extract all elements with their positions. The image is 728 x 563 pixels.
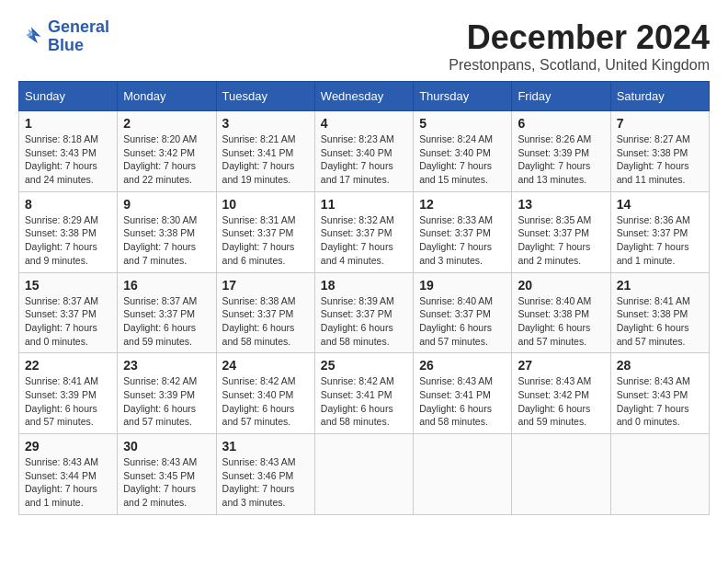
calendar-cell: 28 Sunrise: 8:43 AM Sunset: 3:43 PM Dayl… — [610, 353, 709, 434]
day-info: Sunrise: 8:43 AM Sunset: 3:45 PM Dayligh… — [123, 455, 210, 510]
logo: General Blue — [18, 18, 109, 55]
day-number: 22 — [25, 358, 111, 373]
day-info: Sunrise: 8:39 AM Sunset: 3:37 PM Dayligh… — [321, 294, 407, 349]
day-number: 2 — [123, 116, 210, 131]
day-number: 8 — [25, 197, 111, 212]
calendar-cell: 21 Sunrise: 8:41 AM Sunset: 3:38 PM Dayl… — [610, 272, 709, 353]
calendar-cell: 4 Sunrise: 8:23 AM Sunset: 3:40 PM Dayli… — [314, 111, 413, 192]
day-number: 21 — [617, 278, 703, 293]
day-info: Sunrise: 8:30 AM Sunset: 3:38 PM Dayligh… — [123, 213, 210, 268]
day-info: Sunrise: 8:20 AM Sunset: 3:42 PM Dayligh… — [123, 132, 210, 187]
day-info: Sunrise: 8:41 AM Sunset: 3:38 PM Dayligh… — [617, 294, 703, 349]
calendar-cell: 19 Sunrise: 8:40 AM Sunset: 3:37 PM Dayl… — [414, 272, 512, 353]
day-number: 24 — [222, 358, 309, 373]
calendar-cell: 30 Sunrise: 8:43 AM Sunset: 3:45 PM Dayl… — [118, 434, 216, 515]
header-saturday: Saturday — [610, 82, 709, 111]
day-number: 9 — [123, 197, 210, 212]
day-info: Sunrise: 8:31 AM Sunset: 3:37 PM Dayligh… — [222, 213, 309, 268]
calendar-cell: 25 Sunrise: 8:42 AM Sunset: 3:41 PM Dayl… — [314, 353, 413, 434]
day-number: 26 — [419, 358, 506, 373]
day-number: 25 — [321, 358, 407, 373]
calendar-cell: 27 Sunrise: 8:43 AM Sunset: 3:42 PM Dayl… — [512, 353, 610, 434]
day-number: 1 — [25, 116, 111, 131]
header-tuesday: Tuesday — [216, 82, 314, 111]
day-info: Sunrise: 8:26 AM Sunset: 3:39 PM Dayligh… — [518, 132, 604, 187]
calendar-cell: 2 Sunrise: 8:20 AM Sunset: 3:42 PM Dayli… — [118, 111, 216, 192]
calendar-week-row: 1 Sunrise: 8:18 AM Sunset: 3:43 PM Dayli… — [19, 111, 710, 192]
day-info: Sunrise: 8:21 AM Sunset: 3:41 PM Dayligh… — [222, 132, 309, 187]
day-number: 13 — [518, 197, 604, 212]
calendar-cell: 23 Sunrise: 8:42 AM Sunset: 3:39 PM Dayl… — [118, 353, 216, 434]
day-number: 18 — [321, 278, 407, 293]
day-info: Sunrise: 8:27 AM Sunset: 3:38 PM Dayligh… — [617, 132, 703, 187]
header-sunday: Sunday — [19, 82, 118, 111]
day-number: 4 — [321, 116, 407, 131]
day-info: Sunrise: 8:42 AM Sunset: 3:39 PM Dayligh… — [123, 374, 210, 429]
calendar-cell: 26 Sunrise: 8:43 AM Sunset: 3:41 PM Dayl… — [414, 353, 512, 434]
day-number: 30 — [123, 439, 210, 454]
day-number: 15 — [25, 278, 111, 293]
day-info: Sunrise: 8:32 AM Sunset: 3:37 PM Dayligh… — [321, 213, 407, 268]
calendar-week-row: 15 Sunrise: 8:37 AM Sunset: 3:37 PM Dayl… — [19, 272, 710, 353]
day-info: Sunrise: 8:33 AM Sunset: 3:37 PM Dayligh… — [419, 213, 506, 268]
calendar-table: Sunday Monday Tuesday Wednesday Thursday… — [18, 81, 710, 515]
day-info: Sunrise: 8:24 AM Sunset: 3:40 PM Dayligh… — [419, 132, 506, 187]
day-info: Sunrise: 8:43 AM Sunset: 3:46 PM Dayligh… — [222, 455, 309, 510]
day-info: Sunrise: 8:42 AM Sunset: 3:40 PM Dayligh… — [222, 374, 309, 429]
calendar-cell: 22 Sunrise: 8:41 AM Sunset: 3:39 PM Dayl… — [19, 353, 118, 434]
day-number: 31 — [222, 439, 309, 454]
day-number: 27 — [518, 358, 604, 373]
calendar-cell: 5 Sunrise: 8:24 AM Sunset: 3:40 PM Dayli… — [414, 111, 512, 192]
day-number: 23 — [123, 358, 210, 373]
calendar-cell — [610, 434, 709, 515]
day-number: 28 — [617, 358, 703, 373]
calendar-cell: 13 Sunrise: 8:35 AM Sunset: 3:37 PM Dayl… — [512, 191, 610, 272]
day-info: Sunrise: 8:18 AM Sunset: 3:43 PM Dayligh… — [25, 132, 111, 187]
day-info: Sunrise: 8:35 AM Sunset: 3:37 PM Dayligh… — [518, 213, 604, 268]
location: Prestonpans, Scotland, United Kingdom — [449, 57, 710, 74]
title-section: December 2024 Prestonpans, Scotland, Uni… — [449, 18, 710, 74]
day-info: Sunrise: 8:36 AM Sunset: 3:37 PM Dayligh… — [617, 213, 703, 268]
day-info: Sunrise: 8:37 AM Sunset: 3:37 PM Dayligh… — [123, 294, 210, 349]
day-number: 29 — [25, 439, 111, 454]
day-number: 3 — [222, 116, 309, 131]
calendar-cell — [512, 434, 610, 515]
day-number: 12 — [419, 197, 506, 212]
calendar-cell: 11 Sunrise: 8:32 AM Sunset: 3:37 PM Dayl… — [314, 191, 413, 272]
day-info: Sunrise: 8:38 AM Sunset: 3:37 PM Dayligh… — [222, 294, 309, 349]
calendar-header-row: Sunday Monday Tuesday Wednesday Thursday… — [19, 82, 710, 111]
day-number: 19 — [419, 278, 506, 293]
day-info: Sunrise: 8:41 AM Sunset: 3:39 PM Dayligh… — [25, 374, 111, 429]
day-number: 14 — [617, 197, 703, 212]
day-number: 11 — [321, 197, 407, 212]
day-info: Sunrise: 8:37 AM Sunset: 3:37 PM Dayligh… — [25, 294, 111, 349]
day-number: 6 — [518, 116, 604, 131]
calendar-cell: 17 Sunrise: 8:38 AM Sunset: 3:37 PM Dayl… — [216, 272, 314, 353]
calendar-cell: 1 Sunrise: 8:18 AM Sunset: 3:43 PM Dayli… — [19, 111, 118, 192]
calendar-cell: 12 Sunrise: 8:33 AM Sunset: 3:37 PM Dayl… — [414, 191, 512, 272]
day-number: 20 — [518, 278, 604, 293]
day-number: 5 — [419, 116, 506, 131]
calendar-cell: 9 Sunrise: 8:30 AM Sunset: 3:38 PM Dayli… — [118, 191, 216, 272]
calendar-cell: 20 Sunrise: 8:40 AM Sunset: 3:38 PM Dayl… — [512, 272, 610, 353]
day-info: Sunrise: 8:40 AM Sunset: 3:38 PM Dayligh… — [518, 294, 604, 349]
calendar-cell — [414, 434, 512, 515]
calendar-cell: 3 Sunrise: 8:21 AM Sunset: 3:41 PM Dayli… — [216, 111, 314, 192]
day-number: 16 — [123, 278, 210, 293]
day-number: 7 — [617, 116, 703, 131]
calendar-cell: 31 Sunrise: 8:43 AM Sunset: 3:46 PM Dayl… — [216, 434, 314, 515]
calendar-cell: 18 Sunrise: 8:39 AM Sunset: 3:37 PM Dayl… — [314, 272, 413, 353]
day-info: Sunrise: 8:40 AM Sunset: 3:37 PM Dayligh… — [419, 294, 506, 349]
calendar-cell: 7 Sunrise: 8:27 AM Sunset: 3:38 PM Dayli… — [610, 111, 709, 192]
calendar-cell: 10 Sunrise: 8:31 AM Sunset: 3:37 PM Dayl… — [216, 191, 314, 272]
page-header: General Blue December 2024 Prestonpans, … — [18, 18, 710, 74]
calendar-cell: 24 Sunrise: 8:42 AM Sunset: 3:40 PM Dayl… — [216, 353, 314, 434]
day-info: Sunrise: 8:43 AM Sunset: 3:44 PM Dayligh… — [25, 455, 111, 510]
day-number: 10 — [222, 197, 309, 212]
calendar-cell: 8 Sunrise: 8:29 AM Sunset: 3:38 PM Dayli… — [19, 191, 118, 272]
calendar-cell: 14 Sunrise: 8:36 AM Sunset: 3:37 PM Dayl… — [610, 191, 709, 272]
calendar-week-row: 8 Sunrise: 8:29 AM Sunset: 3:38 PM Dayli… — [19, 191, 710, 272]
day-info: Sunrise: 8:43 AM Sunset: 3:43 PM Dayligh… — [617, 374, 703, 429]
calendar-week-row: 29 Sunrise: 8:43 AM Sunset: 3:44 PM Dayl… — [19, 434, 710, 515]
calendar-cell: 29 Sunrise: 8:43 AM Sunset: 3:44 PM Dayl… — [19, 434, 118, 515]
